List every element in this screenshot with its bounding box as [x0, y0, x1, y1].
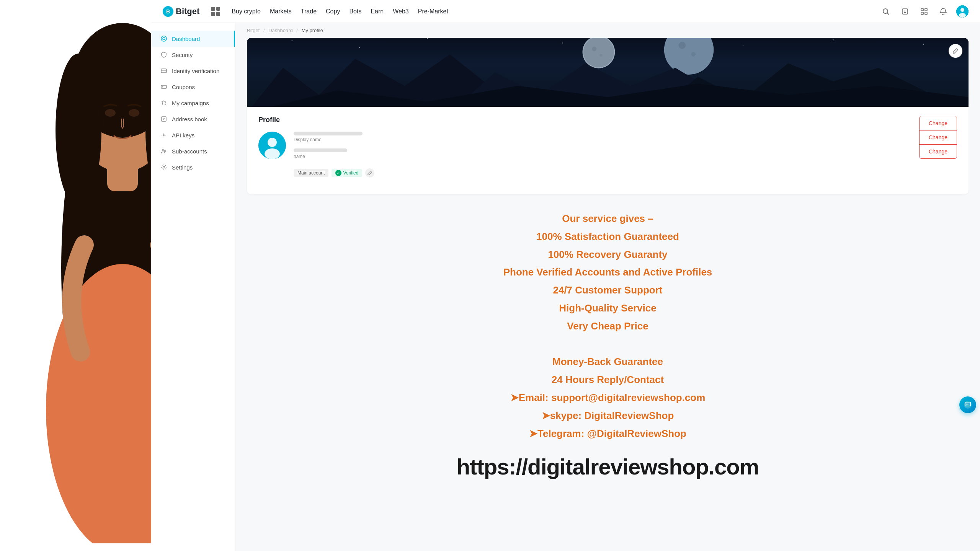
- sidebar-label-security: Security: [172, 52, 193, 58]
- nav-buy-crypto[interactable]: Buy crypto: [232, 8, 261, 15]
- sidebar-item-coupons[interactable]: Coupons: [151, 79, 235, 95]
- change-button-2[interactable]: Change: [920, 130, 957, 145]
- coupons-icon: [160, 83, 167, 90]
- sidebar-item-campaigns[interactable]: My campaigns: [151, 95, 235, 111]
- svg-point-21: [960, 8, 964, 12]
- nav-trade[interactable]: Trade: [301, 8, 317, 15]
- svg-point-37: [292, 40, 292, 41]
- svg-rect-18: [921, 12, 923, 15]
- sidebar-item-address[interactable]: Address book: [151, 111, 235, 127]
- svg-point-23: [161, 36, 167, 41]
- svg-rect-16: [921, 8, 923, 11]
- navbar: B Bitget Buy crypto Markets Trade Copy B…: [151, 0, 980, 23]
- nav-right-icons: [880, 5, 969, 18]
- sidebar: Dashboard Security Identity verification: [151, 23, 235, 551]
- breadcrumb-sep-2: /: [296, 28, 298, 33]
- promo-url[interactable]: https://digitalreviewshop.com: [258, 454, 957, 479]
- svg-rect-19: [925, 12, 927, 15]
- promo-contact-1: ➤Email: support@digitalreviewshop.com: [258, 389, 957, 407]
- promo-item-4: High-Quality Service: [258, 299, 957, 317]
- username-value-bar: [294, 148, 347, 152]
- svg-point-22: [959, 13, 966, 18]
- brand-logo[interactable]: B Bitget: [163, 6, 199, 17]
- bell-icon[interactable]: [937, 5, 949, 18]
- sub-accounts-icon: [160, 148, 167, 155]
- svg-point-52: [691, 52, 696, 57]
- svg-point-40: [562, 42, 563, 43]
- sidebar-item-identity[interactable]: Identity verification: [151, 63, 235, 79]
- profile-avatar[interactable]: [258, 132, 286, 159]
- brand-name: Bitget: [176, 7, 199, 16]
- svg-point-59: [265, 148, 280, 159]
- nav-bots[interactable]: Bots: [349, 8, 361, 15]
- verified-label: Verified: [343, 170, 358, 176]
- security-icon: [160, 51, 167, 58]
- profile-fields: Display name name Main account ✓ Verifie…: [294, 132, 957, 178]
- promo-content: Our service gives – 100% Satisfaction Gu…: [258, 210, 957, 442]
- nav-copy[interactable]: Copy: [326, 8, 340, 15]
- sidebar-item-sub-accounts[interactable]: Sub-accounts: [151, 143, 235, 159]
- promo-item-2: Phone Verified Accounts and Active Profi…: [258, 263, 957, 281]
- svg-point-5: [56, 54, 101, 207]
- search-icon[interactable]: [880, 5, 892, 18]
- svg-point-43: [833, 39, 833, 40]
- user-avatar[interactable]: [956, 5, 969, 18]
- sidebar-item-api[interactable]: API keys: [151, 127, 235, 143]
- sidebar-label-settings: Settings: [172, 164, 193, 171]
- nav-pre-market[interactable]: Pre-Market: [418, 8, 448, 15]
- sidebar-label-sub-accounts: Sub-accounts: [172, 148, 207, 155]
- svg-line-13: [887, 13, 889, 15]
- profile-title: Profile: [258, 116, 957, 124]
- sidebar-label-coupons: Coupons: [172, 84, 195, 90]
- svg-point-32: [163, 134, 165, 136]
- dashboard-icon: [160, 35, 167, 42]
- display-name-value-bar: [294, 132, 363, 135]
- svg-point-35: [163, 166, 165, 168]
- profile-row: Display name name Main account ✓ Verifie…: [258, 132, 957, 178]
- banner-edit-button[interactable]: [949, 44, 962, 58]
- nav-markets[interactable]: Markets: [270, 8, 292, 15]
- svg-point-44: [923, 44, 924, 45]
- profile-section: Profile: [247, 107, 969, 194]
- apps-menu-icon[interactable]: [211, 7, 220, 16]
- chat-float-button[interactable]: [959, 396, 976, 413]
- svg-rect-25: [161, 69, 167, 73]
- promo-item-3: 24/7 Customer Support: [258, 281, 957, 299]
- sidebar-label-campaigns: My campaigns: [172, 100, 209, 106]
- campaigns-icon: [160, 99, 167, 106]
- promo-contact-2: ➤skype: DigitalReviewShop: [258, 407, 957, 425]
- svg-point-42: [743, 45, 743, 46]
- sidebar-item-dashboard[interactable]: Dashboard: [151, 31, 235, 47]
- scan-icon[interactable]: [918, 5, 930, 18]
- breadcrumb-dashboard[interactable]: Dashboard: [268, 28, 293, 33]
- svg-point-28: [162, 86, 163, 88]
- promo-section: Our service gives – 100% Satisfaction Gu…: [235, 194, 980, 495]
- promo-contact-title: Money-Back Guarantee: [258, 353, 957, 371]
- svg-text:B: B: [166, 8, 170, 15]
- svg-point-62: [967, 404, 968, 404]
- change-button-3[interactable]: Change: [920, 145, 957, 158]
- breadcrumb-bitget[interactable]: Bitget: [247, 28, 260, 33]
- svg-point-7: [105, 109, 116, 117]
- svg-rect-29: [162, 117, 166, 121]
- promo-service-title: Our service gives –: [258, 210, 957, 228]
- promo-item-0: 100% Satisfaction Guaranteed: [258, 228, 957, 246]
- change-button-1[interactable]: Change: [920, 116, 957, 130]
- sidebar-label-address: Address book: [172, 116, 207, 122]
- breadcrumb-sep-1: /: [263, 28, 265, 33]
- svg-point-8: [129, 109, 139, 117]
- nav-web3[interactable]: Web3: [393, 8, 409, 15]
- edit-badge-button[interactable]: [365, 168, 374, 178]
- svg-point-39: [427, 38, 428, 39]
- nav-earn[interactable]: Earn: [371, 8, 384, 15]
- promo-contact-0: 24 Hours Reply/Contact: [258, 371, 957, 389]
- sidebar-item-settings[interactable]: Settings: [151, 159, 235, 175]
- svg-rect-27: [161, 85, 167, 88]
- verified-badge: ✓ Verified: [332, 169, 362, 177]
- change-buttons-group: Change Change Change: [919, 116, 957, 159]
- svg-point-61: [966, 404, 967, 404]
- download-icon[interactable]: [899, 5, 911, 18]
- sidebar-item-security[interactable]: Security: [151, 47, 235, 63]
- promo-contact-3: ➤Telegram: @DigitalReviewShop: [258, 425, 957, 443]
- svg-point-63: [969, 404, 969, 404]
